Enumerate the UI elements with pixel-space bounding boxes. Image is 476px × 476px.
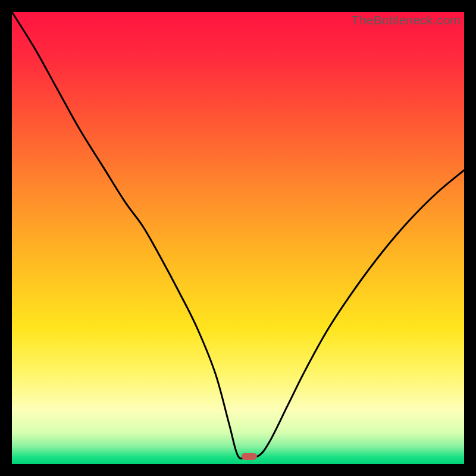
chart-frame: TheBottleneck.com	[12, 12, 464, 464]
svg-rect-0	[12, 12, 464, 464]
watermark-text: TheBottleneck.com	[352, 13, 461, 27]
optimal-point-marker	[242, 453, 257, 460]
background-gradient	[12, 12, 464, 464]
